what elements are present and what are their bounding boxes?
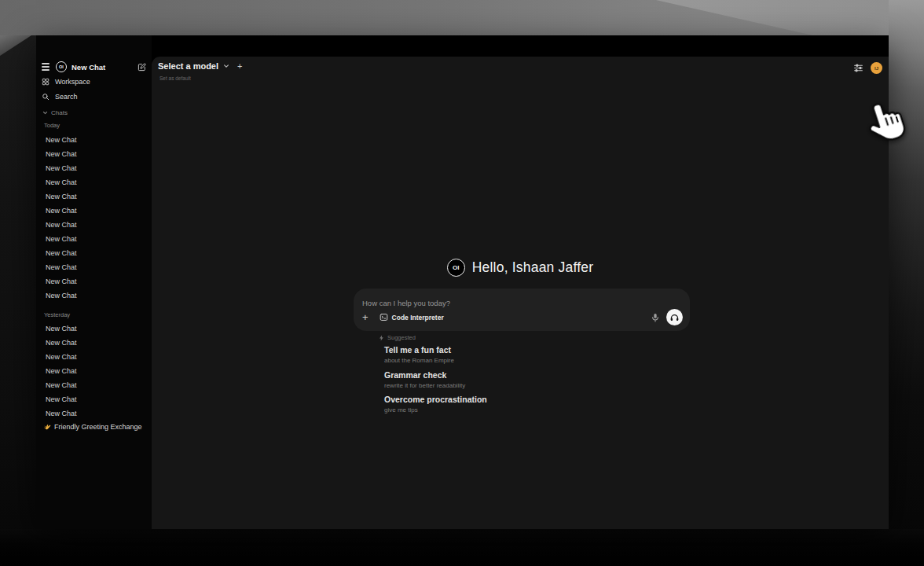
headphones-icon (669, 312, 680, 322)
workspace-grid-icon (42, 78, 50, 86)
set-default-link[interactable]: Set as default (160, 75, 191, 81)
chat-list-item[interactable]: New Chat (46, 189, 144, 204)
voice-call-button[interactable] (666, 309, 683, 325)
sidebar-title: New Chat (72, 63, 105, 72)
chat-list-item[interactable]: New Chat (46, 232, 144, 246)
code-interpreter-label: Code Interpreter (392, 314, 444, 322)
microphone-icon[interactable] (651, 313, 659, 322)
workspace-label: Workspace (55, 78, 90, 86)
chat-list-item[interactable]: New Chat (46, 336, 144, 350)
chat-list-item[interactable]: New Chat (46, 406, 144, 421)
main-panel: Select a model + Set as default IJ OI (152, 57, 889, 529)
open-webui-window: OI New Chat Workspace (36, 35, 889, 529)
desktop-wallpaper-top (0, 0, 924, 35)
group-label-yesterday: Yesterday (44, 311, 70, 318)
controls-sliders-icon[interactable] (853, 63, 864, 73)
suggestion-item[interactable]: Tell me a fun fact about the Roman Empir… (384, 345, 604, 364)
chat-list-item[interactable]: New Chat (46, 161, 144, 175)
greeting-row: OI Hello, Ishaan Jaffer (152, 259, 889, 277)
chat-list-item[interactable]: New Chat (46, 133, 144, 147)
model-selector-label: Select a model (158, 61, 218, 71)
chat-list-item[interactable]: New Chat (46, 274, 144, 289)
suggestion-title: Overcome procrastination (384, 395, 604, 404)
named-chat-label: Friendly Greeting Exchange (54, 423, 142, 431)
chevron-down-icon (223, 63, 229, 69)
user-avatar[interactable]: IJ (871, 62, 882, 74)
chat-list-item[interactable]: New Chat (46, 175, 144, 189)
chat-list-item[interactable]: New Chat (46, 350, 144, 364)
chat-list-item[interactable]: New Chat (46, 378, 144, 392)
suggestion-subtitle: rewrite it for better readability (384, 382, 604, 389)
chevron-down-icon (42, 110, 48, 116)
new-chat-icon[interactable] (138, 63, 146, 72)
model-selector[interactable]: Select a model + (158, 61, 242, 71)
search-label: Search (55, 93, 78, 101)
chats-section-label: Chats (51, 109, 68, 116)
suggestion-item[interactable]: Grammar check rewrite it for better read… (384, 370, 604, 389)
desktop-wallpaper-bottom (0, 529, 924, 566)
suggestion-title: Tell me a fun fact (384, 345, 604, 355)
code-interpreter-toggle[interactable]: Code Interpreter (380, 313, 444, 322)
suggested-label: Suggested (387, 334, 416, 341)
add-model-button[interactable]: + (237, 62, 242, 70)
suggested-header: Suggested (379, 334, 416, 341)
desktop-wallpaper-left (0, 35, 36, 566)
suggestion-subtitle: about the Roman Empire (384, 357, 604, 364)
message-input[interactable] (362, 299, 681, 307)
sidebar: OI New Chat Workspace (36, 35, 152, 529)
sidebar-item-workspace[interactable]: Workspace (42, 76, 90, 86)
chat-list-item[interactable]: New Chat (46, 322, 144, 336)
chat-list-item[interactable]: New Chat (46, 289, 144, 303)
suggestion-item[interactable]: Overcome procrastination give me tips (384, 395, 604, 413)
greeting-text: Hello, Ishaan Jaffer (472, 259, 593, 276)
sidebar-toggle-icon[interactable] (42, 63, 50, 70)
suggestion-subtitle: give me tips (384, 406, 604, 413)
chat-list-item[interactable]: New Chat (46, 364, 144, 378)
search-icon (42, 93, 50, 101)
sidebar-item-search[interactable]: Search (42, 91, 78, 101)
app-logo: OI (56, 61, 67, 72)
chat-list-item[interactable]: New Chat (46, 204, 144, 218)
screen: OI New Chat Workspace (0, 0, 924, 566)
chat-list-item[interactable]: New Chat (46, 246, 144, 260)
suggestion-title: Grammar check (384, 370, 604, 380)
chat-list-item-named[interactable]: Friendly Greeting Exchange (44, 423, 142, 431)
app-logo: OI (447, 259, 465, 277)
chat-list-item[interactable]: New Chat (46, 260, 144, 274)
suggested-bolt-icon (379, 335, 384, 341)
wave-emoji-icon (44, 424, 51, 431)
chat-list-item[interactable]: New Chat (46, 147, 144, 161)
attach-plus-button[interactable]: + (362, 314, 368, 322)
desktop-wallpaper-right (889, 0, 924, 566)
message-input-card[interactable]: + Code Interpreter (354, 289, 690, 331)
chat-list-item[interactable]: New Chat (46, 218, 144, 232)
chats-section-header[interactable]: Chats (42, 108, 68, 117)
group-label-today: Today (44, 122, 60, 129)
chat-list-item[interactable]: New Chat (46, 392, 144, 406)
terminal-icon (380, 313, 388, 322)
